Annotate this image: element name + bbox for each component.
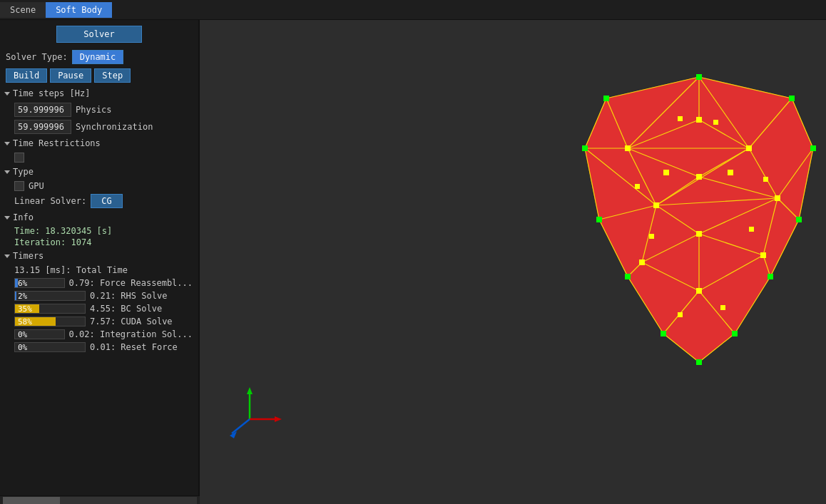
- build-button[interactable]: Build: [6, 68, 47, 83]
- solver-button[interactable]: Solver: [56, 26, 142, 43]
- svg-rect-68: [696, 288, 702, 294]
- physics-input[interactable]: [14, 103, 71, 117]
- bottom-scrollbar[interactable]: [0, 495, 200, 504]
- svg-rect-59: [625, 145, 631, 151]
- timer-bar-row: 58%7.57: CUDA Solve: [0, 315, 198, 328]
- main-layout: Solver Solver Type: Dynamic Build Pause …: [0, 20, 826, 504]
- svg-rect-61: [696, 117, 702, 123]
- step-button[interactable]: Step: [94, 68, 131, 83]
- timer-desc: 0.01: Reset Force: [90, 342, 178, 352]
- type-section-header[interactable]: Type: [0, 164, 198, 180]
- solver-type-row: Solver Type: Dynamic: [0, 48, 198, 66]
- timer-bar-container: 58%: [14, 317, 86, 326]
- left-panel: Solver Solver Type: Dynamic Build Pause …: [0, 20, 200, 504]
- linear-solver-row: Linear Solver: CG: [0, 192, 198, 210]
- timer-bar-row: 0%0.02: Integration Sol...: [0, 328, 198, 341]
- time-restrictions-checkbox[interactable]: [14, 153, 24, 163]
- timer-desc: 7.57: CUDA Solve: [90, 317, 173, 326]
- svg-rect-74: [720, 305, 725, 310]
- svg-line-83: [232, 419, 250, 433]
- svg-rect-76: [678, 116, 683, 121]
- type-label: Type: [13, 167, 34, 177]
- svg-rect-70: [728, 170, 733, 175]
- svg-rect-50: [796, 217, 802, 222]
- svg-rect-72: [749, 227, 754, 232]
- timers-section-header[interactable]: Timers: [0, 248, 198, 264]
- timer-bar-container: 6%: [14, 278, 65, 288]
- svg-rect-64: [696, 174, 702, 180]
- physics-row: Physics: [0, 101, 198, 118]
- info-triangle: [4, 216, 10, 220]
- svg-rect-56: [596, 217, 602, 222]
- pause-button[interactable]: Pause: [50, 68, 91, 83]
- svg-rect-57: [582, 145, 588, 151]
- timer-desc: 0.02: Integration Sol...: [69, 329, 193, 339]
- scrollbar-thumb[interactable]: [3, 497, 60, 504]
- svg-rect-54: [661, 331, 666, 336]
- time-steps-label: Time steps [Hz]: [13, 88, 90, 98]
- sync-label: Synchronization: [76, 122, 153, 132]
- svg-rect-77: [763, 177, 768, 182]
- gpu-row: GPU: [0, 180, 198, 192]
- solver-type-label: Solver Type:: [6, 52, 68, 62]
- svg-rect-55: [625, 274, 631, 279]
- axes-indicator: [230, 387, 282, 438]
- time-steps-section-header[interactable]: Time steps [Hz]: [0, 86, 198, 101]
- time-info: Time: 18.320345 [s]: [0, 225, 198, 237]
- solver-type-value[interactable]: Dynamic: [72, 50, 124, 64]
- timer-bar-container: 35%: [14, 304, 86, 314]
- viewport[interactable]: [200, 20, 826, 504]
- timer-bars-container: 6%0.79: Force Reassembl...2%0.21: RHS So…: [0, 277, 198, 354]
- time-restrictions-triangle: [4, 142, 10, 145]
- svg-rect-71: [649, 234, 654, 239]
- svg-rect-73: [678, 312, 683, 317]
- svg-rect-51: [768, 274, 773, 279]
- svg-rect-62: [653, 202, 659, 208]
- timer-bar-label: 35%: [15, 304, 32, 314]
- info-label: Info: [13, 212, 34, 222]
- svg-rect-65: [639, 259, 645, 265]
- tab-bar: Scene Soft Body: [0, 0, 826, 20]
- sync-input[interactable]: [14, 120, 71, 134]
- linear-solver-cg-button[interactable]: CG: [91, 194, 122, 208]
- timer-bar-label: 58%: [15, 317, 32, 326]
- type-triangle: [4, 170, 10, 174]
- timer-bar-row: 2%0.21: RHS Solve: [0, 289, 198, 302]
- physics-label: Physics: [76, 105, 112, 115]
- linear-solver-label: Linear Solver:: [14, 196, 86, 206]
- svg-rect-75: [713, 120, 718, 125]
- time-steps-triangle: [4, 92, 10, 96]
- gpu-label: GPU: [29, 181, 44, 191]
- svg-rect-53: [696, 359, 702, 365]
- tab-scene[interactable]: Scene: [0, 2, 46, 18]
- gpu-checkbox[interactable]: [14, 181, 24, 191]
- svg-rect-47: [696, 74, 702, 80]
- timer-bar-container: 0%: [14, 329, 65, 339]
- timer-bar-label: 6%: [15, 279, 27, 288]
- time-restrictions-label: Time Restrictions: [13, 138, 101, 148]
- info-section-header[interactable]: Info: [0, 210, 198, 225]
- svg-rect-52: [732, 331, 738, 336]
- svg-rect-66: [760, 252, 766, 258]
- time-restrictions-section-header[interactable]: Time Restrictions: [0, 135, 198, 151]
- scrollbar-track: [3, 497, 197, 504]
- timer-bar-label: 2%: [15, 292, 27, 301]
- timers-label: Timers: [13, 251, 44, 261]
- sync-row: Synchronization: [0, 118, 198, 135]
- timers-triangle: [4, 254, 10, 258]
- timer-desc: 4.55: BC Solve: [90, 304, 162, 314]
- timer-bar-row: 35%4.55: BC Solve: [0, 302, 198, 315]
- timer-bar-label: 0%: [15, 330, 27, 339]
- tab-softbody[interactable]: Soft Body: [46, 2, 112, 18]
- soft-body-visualization: [200, 20, 826, 504]
- svg-rect-60: [746, 145, 752, 151]
- svg-rect-48: [789, 96, 795, 101]
- timer-bar-label: 0%: [15, 343, 27, 352]
- iteration-info: Iteration: 1074: [0, 237, 198, 248]
- svg-rect-63: [775, 195, 780, 201]
- svg-rect-78: [635, 184, 640, 189]
- timer-bar-row: 0%0.01: Reset Force: [0, 341, 198, 354]
- svg-rect-58: [603, 96, 609, 101]
- svg-rect-69: [663, 170, 669, 175]
- time-restrictions-content: [0, 151, 198, 164]
